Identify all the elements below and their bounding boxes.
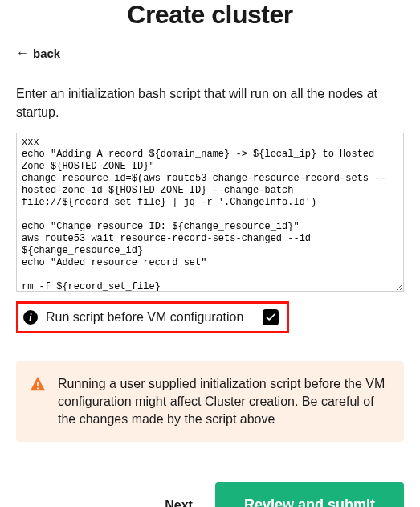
- run-before-vm-label: Run script before VM configuration: [46, 310, 243, 325]
- back-label: back: [33, 47, 60, 60]
- warning-banner: Running a user supplied initialization s…: [16, 361, 404, 442]
- init-script-textarea[interactable]: [16, 133, 404, 292]
- checkbox-left: i Run script before VM configuration: [23, 310, 243, 325]
- page-title: Create cluster: [16, 0, 404, 30]
- review-submit-button[interactable]: Review and submit: [215, 482, 404, 507]
- check-icon: [265, 312, 276, 323]
- info-icon[interactable]: i: [23, 310, 38, 325]
- description-text: Enter an initialization bash script that…: [16, 84, 404, 121]
- svg-rect-0: [37, 382, 39, 387]
- back-link[interactable]: ← back: [16, 46, 60, 60]
- button-row: Next Review and submit: [16, 482, 404, 507]
- warning-icon: [29, 375, 47, 396]
- next-button[interactable]: Next: [165, 498, 193, 507]
- warning-text: Running a user supplied initialization s…: [58, 375, 388, 427]
- run-before-vm-row: i Run script before VM configuration: [16, 301, 289, 333]
- svg-rect-1: [37, 388, 39, 390]
- arrow-left-icon: ←: [16, 46, 29, 60]
- run-before-vm-checkbox[interactable]: [263, 309, 279, 325]
